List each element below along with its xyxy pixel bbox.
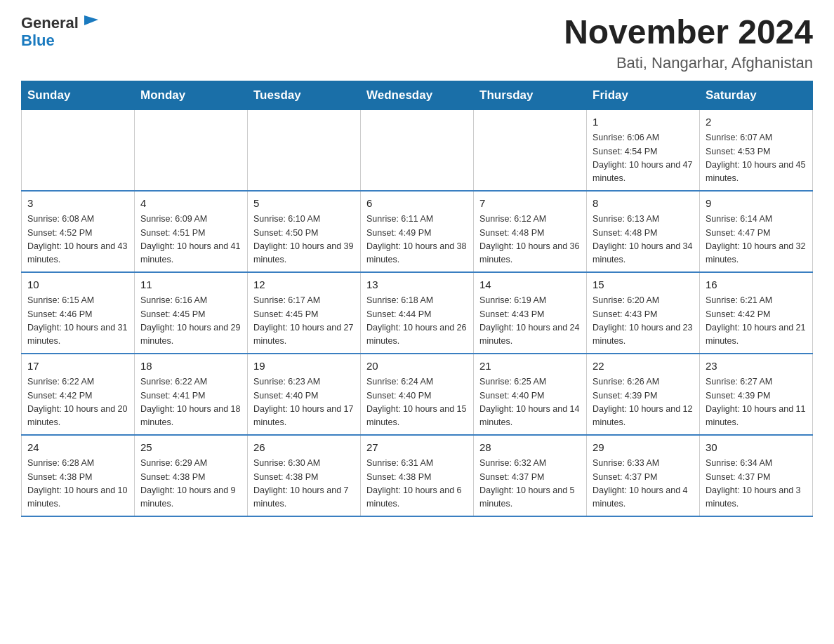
day-info: Sunrise: 6:11 AM Sunset: 4:49 PM Dayligh… (366, 213, 468, 267)
day-number: 24 (27, 440, 128, 456)
calendar-cell (248, 109, 361, 191)
calendar-cell: 5Sunrise: 6:10 AM Sunset: 4:50 PM Daylig… (248, 191, 361, 272)
calendar-cell: 10Sunrise: 6:15 AM Sunset: 4:46 PM Dayli… (22, 272, 135, 354)
page-header: General Blue November 2024 Bati, Nangarh… (21, 14, 813, 72)
calendar-cell: 23Sunrise: 6:27 AM Sunset: 4:39 PM Dayli… (700, 354, 813, 435)
day-info: Sunrise: 6:10 AM Sunset: 4:50 PM Dayligh… (253, 213, 355, 267)
day-info: Sunrise: 6:34 AM Sunset: 4:37 PM Dayligh… (706, 457, 807, 511)
day-number: 15 (593, 277, 694, 293)
weekday-header-row: SundayMondayTuesdayWednesdayThursdayFrid… (22, 81, 813, 109)
week-row-1: 1Sunrise: 6:06 AM Sunset: 4:54 PM Daylig… (22, 109, 813, 191)
calendar-cell: 4Sunrise: 6:09 AM Sunset: 4:51 PM Daylig… (135, 191, 248, 272)
calendar-title: November 2024 (564, 14, 813, 51)
calendar-cell (22, 109, 135, 191)
day-number: 5 (253, 196, 355, 212)
day-number: 4 (140, 196, 241, 212)
calendar-cell: 6Sunrise: 6:11 AM Sunset: 4:49 PM Daylig… (361, 191, 474, 272)
calendar-cell: 26Sunrise: 6:30 AM Sunset: 4:38 PM Dayli… (248, 435, 361, 516)
svg-marker-0 (84, 15, 98, 25)
calendar-cell: 27Sunrise: 6:31 AM Sunset: 4:38 PM Dayli… (361, 435, 474, 516)
day-number: 25 (140, 440, 241, 456)
weekday-header-tuesday: Tuesday (248, 81, 361, 109)
weekday-header-monday: Monday (135, 81, 248, 109)
calendar-cell: 16Sunrise: 6:21 AM Sunset: 4:42 PM Dayli… (700, 272, 813, 354)
week-row-2: 3Sunrise: 6:08 AM Sunset: 4:52 PM Daylig… (22, 191, 813, 272)
day-number: 20 (366, 358, 468, 375)
day-info: Sunrise: 6:22 AM Sunset: 4:41 PM Dayligh… (140, 375, 241, 430)
day-info: Sunrise: 6:16 AM Sunset: 4:45 PM Dayligh… (140, 294, 241, 349)
day-number: 13 (366, 277, 468, 293)
calendar-cell: 25Sunrise: 6:29 AM Sunset: 4:38 PM Dayli… (135, 435, 248, 516)
day-number: 7 (479, 196, 581, 212)
calendar-cell: 21Sunrise: 6:25 AM Sunset: 4:40 PM Dayli… (474, 354, 587, 435)
calendar-cell (474, 109, 587, 191)
week-row-3: 10Sunrise: 6:15 AM Sunset: 4:46 PM Dayli… (22, 272, 813, 354)
day-info: Sunrise: 6:15 AM Sunset: 4:46 PM Dayligh… (27, 294, 128, 349)
day-info: Sunrise: 6:09 AM Sunset: 4:51 PM Dayligh… (140, 213, 241, 267)
day-number: 22 (593, 358, 694, 375)
calendar-cell: 29Sunrise: 6:33 AM Sunset: 4:37 PM Dayli… (587, 435, 700, 516)
calendar-cell: 7Sunrise: 6:12 AM Sunset: 4:48 PM Daylig… (474, 191, 587, 272)
day-number: 23 (706, 358, 807, 375)
day-number: 8 (593, 196, 694, 212)
logo-flag-icon (81, 13, 101, 32)
calendar-cell: 20Sunrise: 6:24 AM Sunset: 4:40 PM Dayli… (361, 354, 474, 435)
calendar-table: SundayMondayTuesdayWednesdayThursdayFrid… (21, 81, 813, 517)
day-info: Sunrise: 6:13 AM Sunset: 4:48 PM Dayligh… (593, 213, 694, 267)
day-number: 28 (479, 440, 581, 456)
day-number: 16 (706, 277, 807, 293)
day-info: Sunrise: 6:08 AM Sunset: 4:52 PM Dayligh… (27, 213, 128, 267)
day-info: Sunrise: 6:28 AM Sunset: 4:38 PM Dayligh… (27, 457, 128, 511)
week-row-5: 24Sunrise: 6:28 AM Sunset: 4:38 PM Dayli… (22, 435, 813, 516)
calendar-cell: 1Sunrise: 6:06 AM Sunset: 4:54 PM Daylig… (587, 109, 700, 191)
logo-general-text: General (21, 15, 79, 32)
calendar-cell: 14Sunrise: 6:19 AM Sunset: 4:43 PM Dayli… (474, 272, 587, 354)
calendar-cell: 11Sunrise: 6:16 AM Sunset: 4:45 PM Dayli… (135, 272, 248, 354)
day-info: Sunrise: 6:18 AM Sunset: 4:44 PM Dayligh… (366, 294, 468, 349)
day-number: 17 (27, 358, 128, 375)
day-number: 10 (27, 277, 128, 293)
calendar-cell: 8Sunrise: 6:13 AM Sunset: 4:48 PM Daylig… (587, 191, 700, 272)
day-number: 9 (706, 196, 807, 212)
weekday-header-saturday: Saturday (700, 81, 813, 109)
calendar-cell (135, 109, 248, 191)
day-info: Sunrise: 6:27 AM Sunset: 4:39 PM Dayligh… (706, 375, 807, 430)
day-number: 19 (253, 358, 355, 375)
day-info: Sunrise: 6:25 AM Sunset: 4:40 PM Dayligh… (479, 375, 581, 430)
day-number: 21 (479, 358, 581, 375)
day-info: Sunrise: 6:29 AM Sunset: 4:38 PM Dayligh… (140, 457, 241, 511)
day-info: Sunrise: 6:07 AM Sunset: 4:53 PM Dayligh… (706, 131, 807, 186)
day-info: Sunrise: 6:31 AM Sunset: 4:38 PM Dayligh… (366, 457, 468, 511)
calendar-cell: 15Sunrise: 6:20 AM Sunset: 4:43 PM Dayli… (587, 272, 700, 354)
weekday-header-friday: Friday (587, 81, 700, 109)
day-info: Sunrise: 6:12 AM Sunset: 4:48 PM Dayligh… (479, 213, 581, 267)
calendar-cell: 22Sunrise: 6:26 AM Sunset: 4:39 PM Dayli… (587, 354, 700, 435)
day-info: Sunrise: 6:24 AM Sunset: 4:40 PM Dayligh… (366, 375, 468, 430)
week-row-4: 17Sunrise: 6:22 AM Sunset: 4:42 PM Dayli… (22, 354, 813, 435)
day-info: Sunrise: 6:19 AM Sunset: 4:43 PM Dayligh… (479, 294, 581, 349)
calendar-cell: 3Sunrise: 6:08 AM Sunset: 4:52 PM Daylig… (22, 191, 135, 272)
day-info: Sunrise: 6:23 AM Sunset: 4:40 PM Dayligh… (253, 375, 355, 430)
title-block: November 2024 Bati, Nangarhar, Afghanist… (564, 14, 813, 72)
day-info: Sunrise: 6:33 AM Sunset: 4:37 PM Dayligh… (593, 457, 694, 511)
day-info: Sunrise: 6:30 AM Sunset: 4:38 PM Dayligh… (253, 457, 355, 511)
day-number: 14 (479, 277, 581, 293)
day-number: 6 (366, 196, 468, 212)
calendar-cell: 13Sunrise: 6:18 AM Sunset: 4:44 PM Dayli… (361, 272, 474, 354)
calendar-cell: 12Sunrise: 6:17 AM Sunset: 4:45 PM Dayli… (248, 272, 361, 354)
day-number: 12 (253, 277, 355, 293)
logo: General Blue (21, 14, 101, 49)
calendar-cell: 2Sunrise: 6:07 AM Sunset: 4:53 PM Daylig… (700, 109, 813, 191)
day-info: Sunrise: 6:06 AM Sunset: 4:54 PM Dayligh… (593, 131, 694, 186)
day-info: Sunrise: 6:32 AM Sunset: 4:37 PM Dayligh… (479, 457, 581, 511)
day-info: Sunrise: 6:17 AM Sunset: 4:45 PM Dayligh… (253, 294, 355, 349)
calendar-subtitle: Bati, Nangarhar, Afghanistan (564, 54, 813, 72)
calendar-cell: 24Sunrise: 6:28 AM Sunset: 4:38 PM Dayli… (22, 435, 135, 516)
logo-blue-text: Blue (21, 32, 55, 49)
calendar-cell: 9Sunrise: 6:14 AM Sunset: 4:47 PM Daylig… (700, 191, 813, 272)
calendar-cell: 18Sunrise: 6:22 AM Sunset: 4:41 PM Dayli… (135, 354, 248, 435)
day-number: 29 (593, 440, 694, 456)
calendar-cell: 30Sunrise: 6:34 AM Sunset: 4:37 PM Dayli… (700, 435, 813, 516)
day-info: Sunrise: 6:26 AM Sunset: 4:39 PM Dayligh… (593, 375, 694, 430)
weekday-header-thursday: Thursday (474, 81, 587, 109)
